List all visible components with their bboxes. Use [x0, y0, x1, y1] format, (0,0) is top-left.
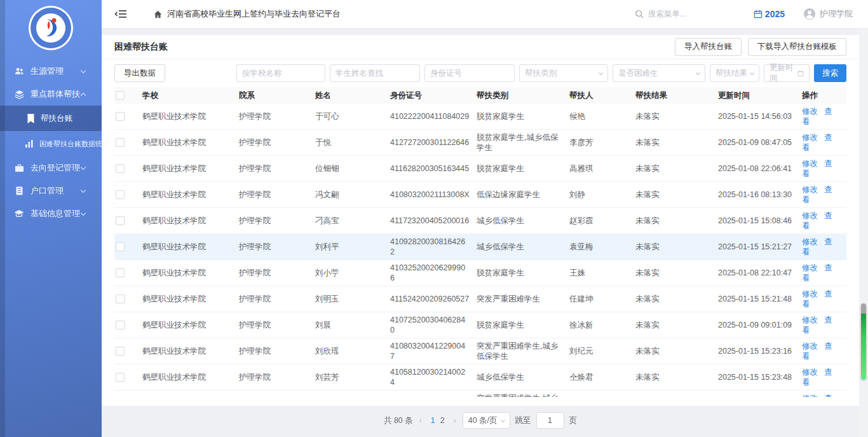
user-name: 护理学院 [820, 8, 853, 20]
cell-result: 未落实 [635, 294, 718, 304]
edit-link[interactable]: 修改 [802, 368, 818, 377]
search-button[interactable]: 搜索 [814, 64, 846, 82]
year-selector[interactable]: 2025 [754, 9, 785, 19]
table-row: 鹤壁职业技术学院 护理学院 于悦 412727200301122646 脱贫家庭… [114, 130, 846, 156]
cell-result: 未落实 [635, 242, 718, 252]
page-number-1[interactable]: 1 [428, 416, 438, 425]
page-title: 困难帮扶台账 [114, 41, 168, 53]
row-checkbox[interactable] [116, 347, 125, 356]
update-time-picker[interactable]: 更新时间 [764, 64, 810, 82]
cell-school: 鹤壁职业技术学院 [142, 242, 239, 252]
edit-link[interactable]: 修改 [802, 107, 818, 116]
table-row: 鹤壁职业技术学院 护理学院 刘小苧 41032520020629990 6 脱贫… [114, 260, 846, 286]
breadcrumb-text: 河南省高校毕业生网上签约与毕业去向登记平台 [167, 8, 341, 20]
edit-link[interactable]: 修改 [802, 342, 818, 350]
download-template-button[interactable]: 下载导入帮扶台账模板 [748, 38, 846, 56]
cell-result: 未落实 [635, 163, 718, 174]
category-select[interactable]: 帮扶类别 [519, 64, 608, 82]
school-name-input[interactable] [236, 64, 325, 82]
column-header: 姓名 [315, 90, 390, 101]
chevron-down-icon [501, 417, 505, 422]
sidebar-item-briefcase[interactable]: 去向登记管理 [0, 156, 102, 179]
cell-result: 未落实 [635, 190, 718, 200]
user-menu[interactable]: 护理学院 [804, 8, 853, 20]
chevron-down-icon [750, 70, 754, 74]
cell-name: 刁高宝 [315, 216, 390, 226]
cell-school: 鹤壁职业技术学院 [142, 111, 239, 121]
row-checkbox[interactable] [116, 164, 125, 173]
cell-actions: 修改查看 [802, 367, 846, 387]
jump-page-input[interactable] [536, 412, 564, 429]
sidebar: 生源管理重点群体帮扶帮扶台账困难帮扶台账数据统计去向登记管理户口管理基础信息管理 [0, 0, 102, 437]
column-header: 帮扶人 [569, 90, 635, 101]
cell-actions: 修改查看 [802, 393, 846, 397]
cell-category: 脱贫家庭学生 [477, 163, 569, 174]
id-number-input[interactable] [424, 64, 515, 82]
row-checkbox[interactable] [116, 268, 125, 277]
is-poor-select[interactable]: 是否困难生 [613, 64, 705, 82]
sidebar-item-cap[interactable]: 基础信息管理 [0, 202, 102, 225]
page-size-select[interactable]: 40 条/页 [463, 412, 510, 429]
logo [0, 0, 102, 56]
chevron-down-icon [81, 67, 86, 73]
cell-name: 刘明玉 [315, 294, 390, 304]
edit-link[interactable]: 修改 [802, 185, 818, 194]
sidebar-item-layers[interactable]: 重点群体帮扶 [0, 83, 102, 106]
sidebar-item-chart[interactable]: 困难帮扶台账数据统计 [0, 131, 102, 156]
prev-page-button[interactable]: ‹ [418, 416, 423, 425]
sidebar-item-book[interactable]: 帮扶台账 [0, 106, 102, 131]
row-checkbox[interactable] [116, 321, 125, 329]
column-header: 操作 [802, 90, 846, 101]
import-ledger-button[interactable]: 导入帮扶台账 [675, 38, 742, 56]
sidebar-item-users[interactable]: 生源管理 [0, 60, 102, 83]
table-row: 鹤壁职业技术学院 护理学院 冯文翩 41080320021113008X 低保边… [114, 182, 846, 208]
table-row: 鹤壁职业技术学院 护理学院 刘芸芳 41058120030214002 4 城乡… [114, 364, 846, 391]
edit-link[interactable]: 修改 [802, 316, 818, 324]
row-checkbox[interactable] [116, 216, 125, 225]
row-checkbox[interactable] [116, 190, 125, 199]
cell-school: 鹤壁职业技术学院 [142, 294, 239, 304]
page-title-row: 困难帮扶台账 导入帮扶台账 下载导入帮扶台账模板 [102, 35, 859, 59]
student-name-input[interactable] [330, 64, 420, 82]
cell-school: 鹤壁职业技术学院 [142, 190, 239, 200]
edit-link[interactable]: 修改 [802, 237, 818, 246]
row-checkbox[interactable] [116, 242, 125, 251]
cell-school: 鹤壁职业技术学院 [142, 163, 239, 174]
select-all-checkbox[interactable] [116, 91, 125, 100]
cell-actions: 修改查看 [802, 315, 846, 335]
sidebar-menu: 生源管理重点群体帮扶帮扶台账困难帮扶台账数据统计去向登记管理户口管理基础信息管理 [0, 56, 102, 225]
cell-school: 鹤壁职业技术学院 [142, 346, 239, 356]
cell-name: 刘欣瑶 [315, 346, 390, 356]
edit-link[interactable]: 修改 [802, 211, 818, 220]
cap-icon [14, 209, 24, 219]
row-checkbox[interactable] [116, 373, 125, 382]
edit-link[interactable]: 修改 [802, 394, 818, 397]
menu-search-input[interactable] [648, 10, 718, 18]
menu-search[interactable] [635, 10, 718, 18]
cell-helper: 任建坤 [569, 294, 635, 304]
page-number-2[interactable]: 2 [438, 416, 447, 425]
edit-link[interactable]: 修改 [802, 289, 818, 298]
is-poor-select-label: 是否困难生 [618, 68, 658, 79]
result-select[interactable]: 帮扶结果 [710, 64, 759, 82]
filter-row: 导出数据 帮扶类别 是否困难生 帮扶结果 更新时间 [102, 59, 859, 87]
edit-link[interactable]: 修改 [802, 263, 818, 272]
next-page-button[interactable]: › [452, 416, 458, 425]
row-checkbox[interactable] [116, 138, 125, 147]
row-checkbox[interactable] [116, 112, 125, 121]
sidebar-item-notebook[interactable]: 户口管理 [0, 179, 102, 202]
cell-dept: 护理学院 [239, 268, 315, 278]
column-header: 帮扶类别 [477, 90, 569, 101]
total-count: 共 80 条 [384, 415, 413, 426]
collapse-sidebar-icon[interactable] [114, 8, 127, 20]
edit-link[interactable]: 修改 [802, 133, 818, 142]
chevron-down-icon [81, 164, 86, 169]
cell-category: 城乡低保学生 [477, 216, 569, 226]
cell-time: 2025-01-09 09:01:09 [718, 320, 802, 330]
export-data-button[interactable]: 导出数据 [114, 64, 165, 82]
cell-actions: 修改查看 [802, 237, 846, 257]
edit-link[interactable]: 修改 [802, 159, 818, 168]
scrollbar-thumb[interactable] [861, 303, 866, 380]
row-checkbox[interactable] [116, 295, 125, 303]
scrollbar-track[interactable] [859, 29, 868, 437]
